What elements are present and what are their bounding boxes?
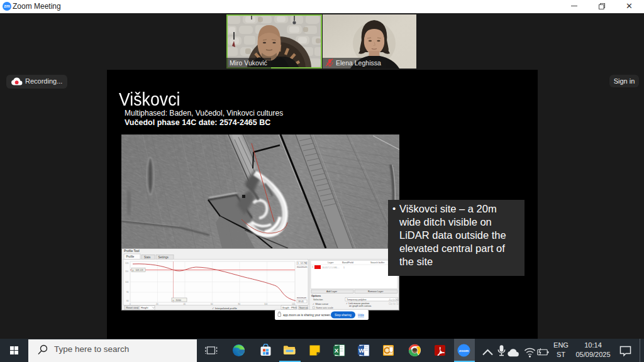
- svg-text:Stop sharing: Stop sharing: [335, 314, 352, 317]
- svg-text:Layer: Layer: [328, 261, 334, 264]
- svg-text:Settings: Settings: [158, 256, 169, 259]
- svg-text:Remove Layer: Remove Layer: [368, 290, 384, 293]
- svg-text:✓ Show cursor: ✓ Show cursor: [313, 303, 329, 305]
- svg-text:app.zoom.us is sharing your sc: app.zoom.us is sharing your screen.: [283, 314, 331, 317]
- svg-text:-59.41: -59.41: [297, 300, 304, 303]
- svg-text:0: 0: [130, 303, 131, 305]
- svg-text:80: 80: [238, 303, 241, 305]
- svg-text:Search buffer: Search buffer: [370, 261, 385, 264]
- svg-text:✓ Interpolated profile: ✓ Interpolated profile: [212, 307, 238, 310]
- svg-text:120: 120: [125, 262, 129, 265]
- svg-text:Save as: Save as: [299, 307, 308, 309]
- svg-text:Profile Tool: Profile Tool: [124, 249, 140, 253]
- svg-text:W: W: [358, 347, 364, 354]
- svg-text:✓ Link mouse position: ✓ Link mouse position: [346, 302, 369, 305]
- svg-text:minimum: minimum: [297, 297, 306, 299]
- svg-text:Selection: Selection: [313, 299, 323, 301]
- svg-text:1 : 12.7M: 1 : 12.7M: [297, 262, 307, 265]
- svg-text:Band/Field: Band/Field: [342, 261, 353, 264]
- svg-text:zoom: zoom: [459, 349, 469, 353]
- svg-text:Activate: Activate: [389, 298, 399, 302]
- svg-text:Stats: Stats: [144, 256, 151, 259]
- svg-text:100: 100: [264, 303, 268, 305]
- svg-text:X: X: [335, 347, 339, 354]
- svg-text:1: 1: [312, 266, 313, 268]
- svg-text:y : 108.123: y : 108.123: [133, 269, 143, 272]
- svg-text:x : 15/60: x : 15/60: [173, 299, 181, 302]
- svg-text:20: 20: [156, 303, 158, 305]
- svg-text:Same axis scale: Same axis scale: [316, 307, 333, 309]
- svg-text:Options: Options: [311, 294, 321, 297]
- svg-text:Hide: Hide: [358, 314, 364, 317]
- svg-text:Add Layer: Add Layer: [326, 290, 338, 293]
- svg-text:100: 100: [125, 281, 129, 283]
- svg-text:Temporary polyline: Temporary polyline: [347, 299, 366, 301]
- svg-text:maximum: maximum: [297, 266, 307, 268]
- svg-text:80: 80: [126, 300, 129, 302]
- svg-text:40: 40: [184, 303, 186, 305]
- svg-text:on graph with canvas: on graph with canvas: [349, 305, 372, 307]
- svg-text:90: 90: [126, 291, 129, 293]
- svg-text:60: 60: [211, 303, 213, 305]
- svg-text:120: 120: [292, 303, 296, 305]
- svg-text:110: 110: [125, 270, 128, 273]
- svg-text:Graph : PNG: Graph : PNG: [282, 306, 297, 309]
- svg-text:Profile: Profile: [126, 255, 135, 258]
- svg-text:16.057-2-5-SBL...: 16.057-2-5-SBL...: [322, 266, 340, 269]
- svg-text:Go to Set: Go to Set: [389, 302, 399, 305]
- svg-text:Height: Height: [141, 306, 148, 309]
- svg-text:1: 1: [343, 266, 345, 269]
- svg-text:Reset view: Reset view: [126, 306, 139, 309]
